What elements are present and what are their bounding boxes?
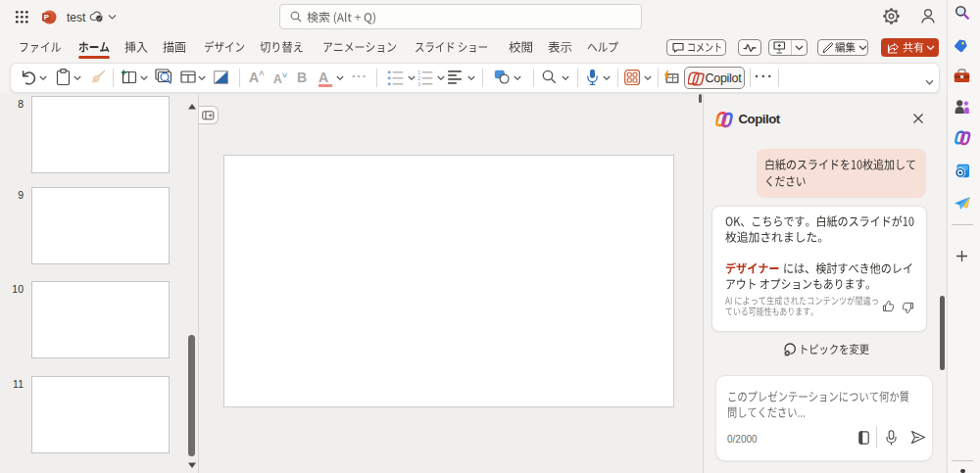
svg-text:3: 3 xyxy=(417,80,420,85)
svg-text:P: P xyxy=(44,13,49,22)
